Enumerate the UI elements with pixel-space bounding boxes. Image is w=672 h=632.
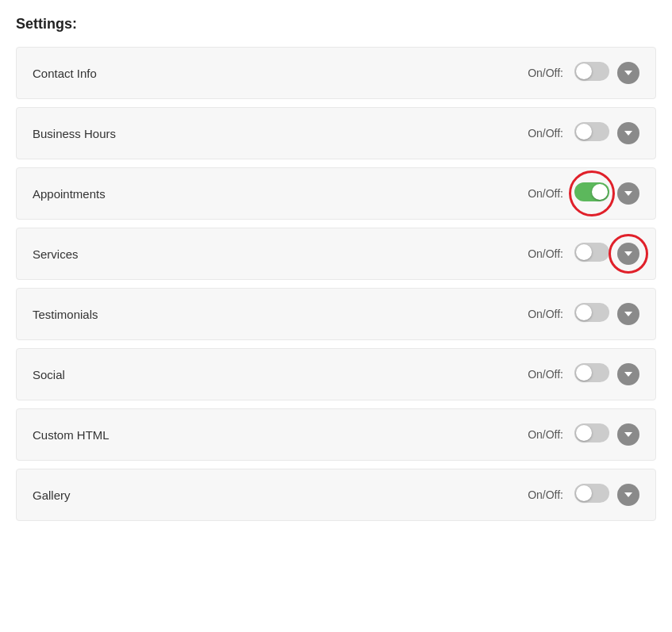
setting-label-appointments: Appointments xyxy=(33,187,106,201)
toggle-wrapper-social xyxy=(574,363,609,385)
toggle-custom-html[interactable] xyxy=(574,423,609,442)
setting-label-social: Social xyxy=(33,368,65,381)
toggle-services[interactable] xyxy=(574,243,609,262)
dropdown-btn-gallery[interactable] xyxy=(617,484,639,506)
setting-controls-contact-info: On/Off: xyxy=(528,62,639,84)
setting-row-social: SocialOn/Off: xyxy=(16,348,656,400)
toggle-wrapper-gallery xyxy=(574,484,609,506)
setting-controls-gallery: On/Off: xyxy=(528,484,639,506)
setting-label-services: Services xyxy=(33,247,79,261)
onoff-label-testimonials: On/Off: xyxy=(528,308,563,320)
dropdown-wrapper-business-hours xyxy=(617,122,639,144)
dropdown-btn-services[interactable] xyxy=(617,243,639,265)
dropdown-btn-social[interactable] xyxy=(617,363,639,385)
toggle-wrapper-custom-html xyxy=(574,423,609,446)
dropdown-btn-appointments[interactable] xyxy=(617,182,639,205)
toggle-wrapper-services xyxy=(574,243,609,265)
setting-label-testimonials: Testimonials xyxy=(33,308,98,321)
onoff-label-appointments: On/Off: xyxy=(528,187,563,200)
setting-controls-business-hours: On/Off: xyxy=(528,122,639,144)
toggle-wrapper-contact-info xyxy=(574,62,609,84)
setting-controls-appointments: On/Off: xyxy=(528,182,639,205)
dropdown-wrapper-social xyxy=(617,363,639,385)
setting-label-custom-html: Custom HTML xyxy=(33,428,109,442)
toggle-contact-info[interactable] xyxy=(574,62,609,81)
setting-label-gallery: Gallery xyxy=(33,488,71,502)
onoff-label-social: On/Off: xyxy=(528,368,563,381)
toggle-business-hours[interactable] xyxy=(574,122,609,141)
dropdown-btn-custom-html[interactable] xyxy=(617,423,639,446)
setting-row-services: ServicesOn/Off: xyxy=(16,228,656,280)
toggle-wrapper-appointments xyxy=(574,182,609,205)
dropdown-wrapper-testimonials xyxy=(617,303,639,325)
setting-label-business-hours: Business Hours xyxy=(33,127,116,140)
toggle-appointments[interactable] xyxy=(574,182,609,201)
onoff-label-custom-html: On/Off: xyxy=(528,428,563,441)
dropdown-wrapper-services xyxy=(617,243,639,265)
settings-list: Contact InfoOn/Off:Business HoursOn/Off:… xyxy=(16,47,656,521)
setting-row-business-hours: Business HoursOn/Off: xyxy=(16,107,656,159)
page-title: Settings: xyxy=(16,16,656,33)
setting-row-contact-info: Contact InfoOn/Off: xyxy=(16,47,656,99)
setting-row-appointments: AppointmentsOn/Off: xyxy=(16,167,656,220)
setting-controls-social: On/Off: xyxy=(528,363,639,385)
dropdown-wrapper-appointments xyxy=(617,182,639,205)
onoff-label-services: On/Off: xyxy=(528,247,563,260)
toggle-testimonials[interactable] xyxy=(574,303,609,322)
dropdown-wrapper-contact-info xyxy=(617,62,639,84)
setting-controls-services: On/Off: xyxy=(528,243,639,265)
setting-row-custom-html: Custom HTMLOn/Off: xyxy=(16,408,656,461)
toggle-wrapper-business-hours xyxy=(574,122,609,144)
onoff-label-business-hours: On/Off: xyxy=(528,127,563,140)
setting-row-gallery: GalleryOn/Off: xyxy=(16,469,656,521)
setting-controls-testimonials: On/Off: xyxy=(528,303,639,325)
dropdown-btn-contact-info[interactable] xyxy=(617,62,639,84)
toggle-wrapper-testimonials xyxy=(574,303,609,325)
dropdown-wrapper-custom-html xyxy=(617,423,639,446)
onoff-label-contact-info: On/Off: xyxy=(528,67,563,79)
dropdown-wrapper-gallery xyxy=(617,484,639,506)
dropdown-btn-business-hours[interactable] xyxy=(617,122,639,144)
setting-label-contact-info: Contact Info xyxy=(33,67,97,80)
setting-controls-custom-html: On/Off: xyxy=(528,423,639,446)
toggle-gallery[interactable] xyxy=(574,484,609,503)
toggle-social[interactable] xyxy=(574,363,609,382)
onoff-label-gallery: On/Off: xyxy=(528,488,563,501)
dropdown-btn-testimonials[interactable] xyxy=(617,303,639,325)
setting-row-testimonials: TestimonialsOn/Off: xyxy=(16,288,656,340)
